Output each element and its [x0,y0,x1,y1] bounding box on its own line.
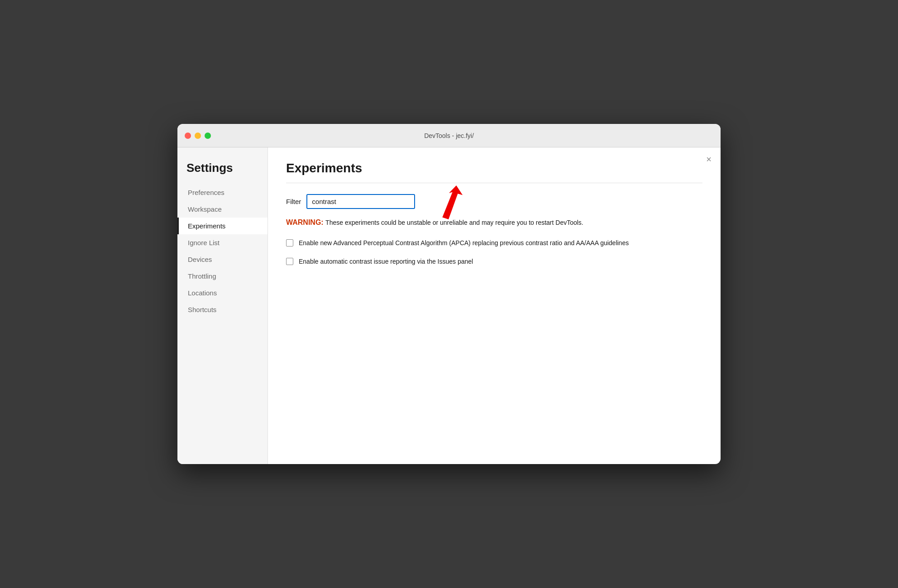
window-body: Settings Preferences Workspace Experimen… [177,147,721,464]
filter-label: Filter [286,198,301,205]
experiment-label-apca: Enable new Advanced Perceptual Contrast … [299,238,629,248]
sidebar-item-preferences[interactable]: Preferences [177,184,267,201]
experiment-item-auto-contrast: Enable automatic contrast issue reportin… [286,257,702,266]
close-window-button[interactable] [185,133,191,139]
sidebar-item-shortcuts[interactable]: Shortcuts [177,301,267,318]
sidebar-item-throttling[interactable]: Throttling [177,268,267,285]
warning-label: WARNING: [286,218,324,226]
main-content: × Experiments Filter contrast WARNING: T [268,147,721,464]
experiment-item-apca: Enable new Advanced Perceptual Contrast … [286,238,702,248]
sidebar-item-experiments[interactable]: Experiments [177,218,267,234]
experiment-label-auto-contrast: Enable automatic contrast issue reportin… [299,257,473,266]
sidebar-item-locations[interactable]: Locations [177,285,267,301]
page-title: Experiments [286,161,702,175]
close-settings-button[interactable]: × [706,155,712,164]
window-title: DevTools - jec.fyi/ [424,132,474,139]
experiment-checkbox-apca[interactable] [286,239,293,247]
sidebar-item-workspace[interactable]: Workspace [177,201,267,218]
minimize-window-button[interactable] [195,133,201,139]
sidebar: Settings Preferences Workspace Experimen… [177,147,268,464]
sidebar-item-devices[interactable]: Devices [177,251,267,268]
window-controls [185,133,211,139]
warning-box: WARNING: These experiments could be unst… [286,218,702,228]
sidebar-item-ignore-list[interactable]: Ignore List [177,234,267,251]
titlebar: DevTools - jec.fyi/ [177,124,721,147]
experiment-checkbox-auto-contrast[interactable] [286,258,293,265]
svg-marker-0 [435,185,468,221]
filter-row: Filter contrast [286,194,702,209]
arrow-indicator [435,185,472,223]
devtools-window: DevTools - jec.fyi/ Settings Preferences… [177,124,721,464]
maximize-window-button[interactable] [205,133,211,139]
sidebar-heading: Settings [177,156,267,184]
title-divider [286,183,702,183]
filter-input[interactable]: contrast [306,194,415,209]
